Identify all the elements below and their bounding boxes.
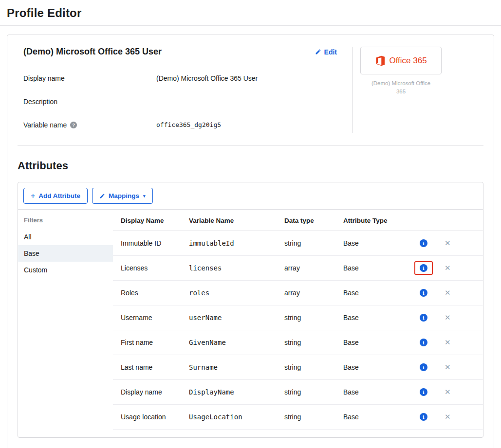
field-value: office365_dg20ig5	[156, 121, 221, 128]
field-label: Display name	[23, 74, 156, 82]
attribute-display-name: Display name	[113, 380, 181, 405]
attribute-row: Display nameDisplayNamestringBasei✕	[113, 380, 483, 405]
field-label: Variable name?	[23, 121, 156, 129]
attribute-row: RolesrolesarrayBasei✕	[113, 281, 483, 305]
delete-icon[interactable]: ✕	[445, 412, 451, 421]
info-icon[interactable]: i	[414, 236, 433, 250]
attribute-display-name: Immutable ID	[113, 231, 181, 256]
attribute-data-type: array	[277, 281, 335, 305]
attribute-type: Base	[335, 305, 408, 330]
profile-field-row: Display name(Demo) Microsoft Office 365 …	[23, 73, 337, 83]
info-icon[interactable]: i	[414, 360, 433, 374]
attribute-variable-name: GivenName	[181, 330, 277, 355]
app-logo-caption-line2: 365	[396, 89, 406, 94]
table-header-row: Display NameVariable NameData typeAttrib…	[113, 210, 483, 231]
attribute-display-name: First name	[113, 330, 181, 355]
filters-list: AllBaseCustom	[18, 229, 113, 278]
app-summary-section: (Demo) Microsoft Office 365 User Edit Di…	[7, 35, 494, 145]
field-label: Description	[23, 98, 156, 106]
attributes-table-body: Immutable IDimmutableIdstringBasei✕Licen…	[113, 231, 483, 430]
filter-item-all[interactable]: All	[18, 229, 113, 245]
filter-item-base[interactable]: Base	[18, 245, 113, 262]
attribute-type: Base	[335, 355, 408, 380]
edit-label: Edit	[324, 48, 337, 56]
attribute-type: Base	[335, 256, 408, 281]
app-logo-caption-line1: (Demo) Microsoft Office	[371, 80, 430, 86]
info-icon[interactable]: i	[414, 385, 433, 399]
filter-item-custom[interactable]: Custom	[18, 262, 113, 278]
column-header: Display Name	[113, 210, 181, 231]
filters-label: Filters	[18, 216, 113, 229]
info-icon[interactable]: i	[414, 261, 433, 275]
attribute-type: Base	[335, 330, 408, 355]
attribute-data-type: array	[277, 256, 335, 281]
mappings-label: Mappings	[109, 192, 139, 199]
section-divider	[18, 145, 483, 146]
filters-panel: Filters AllBaseCustom	[18, 210, 113, 278]
attribute-data-type: string	[277, 405, 335, 430]
info-icon-glyph: i	[420, 339, 427, 346]
info-icon-glyph: i	[420, 264, 427, 272]
attribute-variable-name: immutableId	[181, 231, 277, 256]
pencil-icon	[99, 193, 105, 199]
attributes-toolbar: + Add Attribute Mappings ▾	[18, 182, 483, 210]
app-summary-left: (Demo) Microsoft Office 365 User Edit Di…	[23, 47, 353, 143]
help-icon[interactable]: ?	[70, 122, 77, 128]
office-365-logo-text: Office 365	[389, 56, 427, 66]
attribute-row: LicenseslicensesarrayBasei✕	[113, 256, 483, 281]
delete-icon[interactable]: ✕	[445, 363, 451, 371]
info-icon-glyph: i	[420, 388, 427, 396]
attribute-variable-name: userName	[181, 305, 277, 330]
attribute-display-name: Licenses	[113, 256, 181, 281]
page-title: Profile Editor	[7, 6, 501, 20]
app-title: (Demo) Microsoft Office 365 User	[23, 47, 162, 57]
field-value: (Demo) Microsoft Office 365 User	[156, 74, 258, 82]
attribute-row: First nameGivenNamestringBasei✕	[113, 330, 483, 355]
profile-fields: Display name(Demo) Microsoft Office 365 …	[23, 73, 337, 129]
info-icon-glyph: i	[420, 314, 427, 322]
office-365-logo-icon	[375, 55, 386, 66]
attribute-variable-name: Surname	[181, 355, 277, 380]
attribute-display-name: Roles	[113, 281, 181, 305]
profile-field-row: Variable name?office365_dg20ig5	[23, 120, 337, 129]
info-icon-glyph: i	[420, 413, 427, 421]
info-icon[interactable]: i	[414, 410, 433, 424]
attribute-data-type: string	[277, 355, 335, 380]
app-logo-column: Office 365 (Demo) Microsoft Office 365	[353, 47, 494, 133]
info-icon[interactable]: i	[414, 336, 433, 349]
header-spacer	[439, 210, 483, 231]
plus-icon: +	[31, 193, 35, 199]
mappings-button[interactable]: Mappings ▾	[92, 188, 153, 204]
app-logo-caption: (Demo) Microsoft Office 365	[360, 79, 442, 96]
attributes-heading: Attributes	[18, 160, 494, 172]
add-attribute-button[interactable]: + Add Attribute	[23, 188, 88, 204]
attribute-display-name: Last name	[113, 355, 181, 380]
page-header: Profile Editor	[0, 0, 501, 26]
field-label-text: Display name	[23, 74, 65, 82]
field-label-text: Variable name	[23, 121, 67, 129]
attribute-variable-name: DisplayName	[181, 380, 277, 405]
delete-icon[interactable]: ✕	[445, 313, 451, 322]
app-logo-card: Office 365	[360, 47, 442, 74]
delete-icon[interactable]: ✕	[445, 338, 451, 346]
attribute-type: Base	[335, 231, 408, 256]
column-header: Data type	[277, 210, 335, 231]
info-icon-glyph: i	[420, 239, 427, 247]
edit-button[interactable]: Edit	[315, 48, 337, 56]
chevron-down-icon: ▾	[143, 194, 146, 198]
attribute-variable-name: licenses	[181, 256, 277, 281]
column-header: Variable Name	[181, 210, 277, 231]
info-icon-glyph: i	[420, 363, 427, 371]
delete-icon[interactable]: ✕	[445, 388, 451, 396]
attribute-variable-name: roles	[181, 281, 277, 305]
info-icon[interactable]: i	[414, 311, 433, 324]
attribute-row: Immutable IDimmutableIdstringBasei✕	[113, 231, 483, 256]
profile-field-row: Description	[23, 97, 337, 106]
attribute-row: Usage locationUsageLocationstringBasei✕	[113, 405, 483, 430]
attribute-data-type: string	[277, 330, 335, 355]
profile-card: (Demo) Microsoft Office 365 User Edit Di…	[7, 35, 494, 448]
delete-icon[interactable]: ✕	[445, 264, 451, 272]
delete-icon[interactable]: ✕	[445, 239, 451, 247]
info-icon[interactable]: i	[414, 286, 433, 300]
delete-icon[interactable]: ✕	[445, 288, 451, 297]
